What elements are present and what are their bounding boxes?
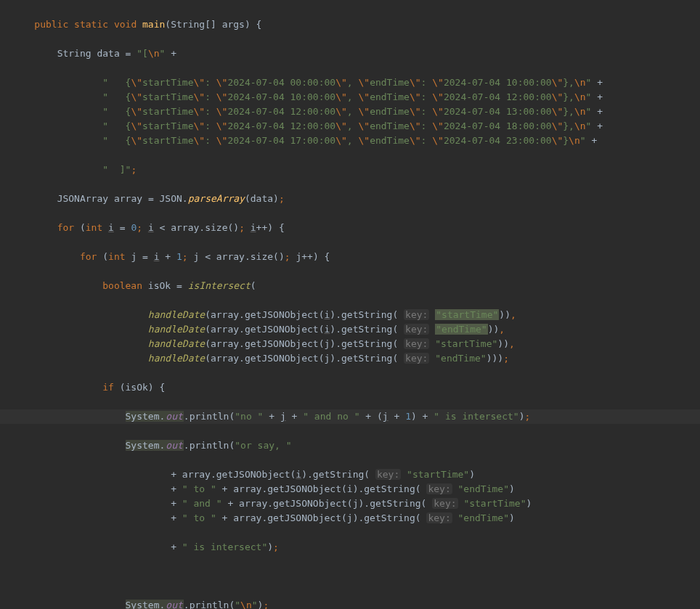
- code-line: + " and " + array.getJSONObject(j).getSt…: [0, 496, 700, 511]
- code-line: + " to " + array.getJSONObject(j).getStr…: [0, 511, 700, 526]
- code-line: [0, 569, 700, 584]
- code-line: " {\"startTime\": \"2024-07-04 17:00:00\…: [0, 134, 700, 148]
- code-line: public static void main(String[] args) {: [0, 17, 700, 32]
- code-editor[interactable]: public static void main(String[] args) {…: [0, 0, 700, 609]
- code-line: handleDate(array.getJSONObject(j).getStr…: [0, 351, 700, 366]
- code-line: + array.getJSONObject(i).getString( key:…: [0, 467, 700, 482]
- code-line: handleDate(array.getJSONObject(i).getStr…: [0, 308, 700, 322]
- code-line: if (isOk) {: [0, 380, 700, 395]
- code-line: String data = "[\n" +: [0, 46, 700, 61]
- code-line: JSONArray array = JSON.parseArray(data);: [0, 192, 700, 206]
- code-line: boolean isOk = isIntersect(: [0, 279, 700, 293]
- code-line: + " is intersect");: [0, 540, 700, 555]
- code-line: " ]";: [0, 163, 700, 177]
- code-line: System.out.println("or say, ": [0, 438, 700, 453]
- code-line: " {\"startTime\": \"2024-07-04 12:00:00\…: [0, 119, 700, 134]
- code-line: for (int i = 0; i < array.size(); i++) {: [0, 221, 700, 235]
- code-line: + " to " + array.getJSONObject(i).getStr…: [0, 482, 700, 496]
- code-line: System.out.println("no " + j + " and no …: [0, 409, 700, 424]
- code-line: for (int j = i + 1; j < array.size(); j+…: [0, 250, 700, 264]
- code-line: System.out.println("\n");: [0, 598, 700, 609]
- code-line: handleDate(array.getJSONObject(i).getStr…: [0, 322, 700, 337]
- code-line: " {\"startTime\": \"2024-07-04 12:00:00\…: [0, 105, 700, 119]
- code-line: handleDate(array.getJSONObject(j).getStr…: [0, 337, 700, 351]
- code-line: " {\"startTime\": \"2024-07-04 10:00:00\…: [0, 90, 700, 105]
- code-line: " {\"startTime\": \"2024-07-04 00:00:00\…: [0, 75, 700, 90]
